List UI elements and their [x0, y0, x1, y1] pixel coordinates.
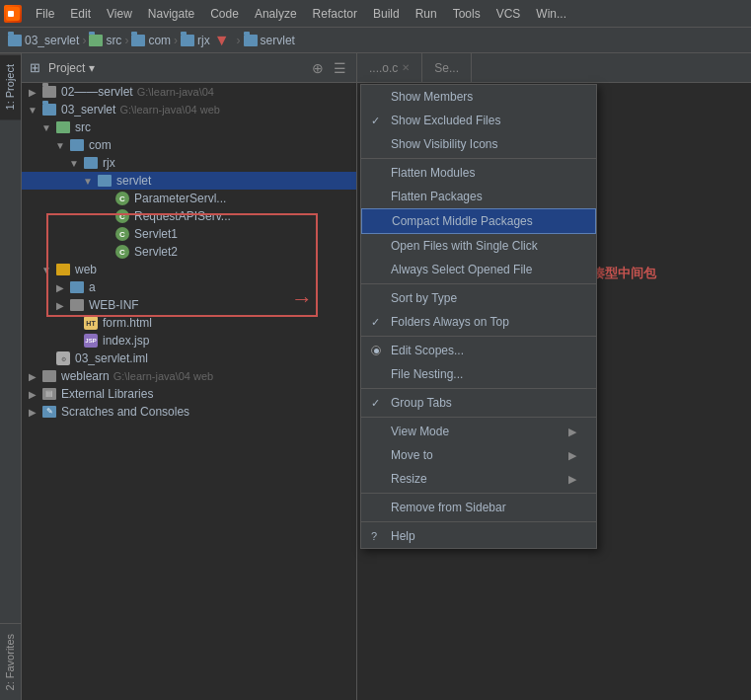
menu-edit[interactable]: Edit — [62, 5, 99, 23]
menu-always-select[interactable]: Always Select Opened File — [361, 258, 596, 281]
breadcrumb-part-4[interactable]: servlet — [244, 34, 295, 47]
side-tab-project[interactable]: 1: Project — [0, 53, 21, 119]
class-c-icon: C — [115, 192, 129, 205]
label-rjx: rjx — [103, 156, 115, 170]
breadcrumb-sep-1: › — [82, 34, 86, 47]
side-tab-favorites[interactable]: 2: Favorites — [0, 623, 21, 700]
tree-item-src[interactable]: src — [22, 118, 356, 136]
breadcrumb-part-0[interactable]: 03_servlet — [8, 34, 79, 47]
tree-item-com[interactable]: com — [22, 136, 356, 154]
menu-compact-middle[interactable]: Compact Middle Packages — [361, 208, 596, 234]
tree-item-servlet2[interactable]: C Servlet2 — [22, 243, 356, 261]
arrow-03servlet — [26, 103, 39, 117]
menu-navigate[interactable]: Navigate — [140, 5, 202, 23]
label-src: src — [75, 120, 91, 134]
label-02servlet: 02——servlet — [61, 85, 133, 99]
class-icon-paramservlet: C — [114, 192, 130, 205]
menu-file[interactable]: File — [28, 5, 62, 23]
menu-sep-2 — [361, 283, 596, 284]
menu-vcs[interactable]: VCS — [488, 5, 529, 23]
menu-view-mode[interactable]: View Mode ▶ — [361, 420, 596, 443]
menu-sep-1 — [361, 158, 596, 159]
menu-move-to[interactable]: Move to ▶ — [361, 443, 596, 467]
class-c-icon-3: C — [115, 227, 129, 241]
tree-item-paramservlet[interactable]: C ParameterServl... — [22, 190, 356, 207]
editor-tab-0[interactable]: ....o.c ✕ — [357, 53, 422, 82]
svg-rect-1 — [8, 11, 14, 17]
breadcrumb-part-3[interactable]: rjx — [181, 34, 210, 47]
menu-view[interactable]: View — [99, 5, 140, 23]
menu-build[interactable]: Build — [365, 5, 408, 23]
class-icon-servlet1: C — [114, 227, 130, 241]
menu-flatten-modules[interactable]: Flatten Modules — [361, 161, 596, 185]
label-extlib: External Libraries — [61, 387, 153, 401]
tree-item-requestservlet[interactable]: C RequestAPIServ... — [22, 207, 356, 225]
editor-tab-1[interactable]: Se... — [422, 53, 472, 82]
arrow-servlet — [81, 174, 95, 188]
jsp-icon-index: JSP — [83, 334, 99, 348]
tree-item-servlet1[interactable]: C Servlet1 — [22, 225, 356, 243]
menu-file-nesting[interactable]: File Nesting... — [361, 362, 596, 386]
menu-show-visibility[interactable]: Show Visibility Icons — [361, 132, 596, 156]
radio-icon — [371, 346, 381, 355]
menu-analyze[interactable]: Analyze — [247, 5, 305, 23]
submenu-arrow-moveto: ▶ — [568, 449, 576, 462]
label-requestservlet: RequestAPIServ... — [134, 209, 231, 223]
arrow-rjx — [67, 156, 81, 170]
project-tree[interactable]: 02——servlet G:\learn-java\04 03_servlet … — [22, 83, 356, 700]
tree-item-a[interactable]: a — [22, 278, 356, 296]
menu-open-single-click[interactable]: Open Files with Single Click — [361, 234, 596, 258]
tree-item-03servlet[interactable]: 03_servlet G:\learn-java\04 web — [22, 101, 356, 118]
tree-item-weblearn[interactable]: weblearn G:\learn-java\04 web — [22, 367, 356, 385]
panel-settings-button[interactable]: ☰ — [331, 59, 348, 77]
folder-icon-webinf — [69, 298, 85, 312]
label-servlet2: Servlet2 — [134, 245, 178, 259]
folder-icon-web — [55, 263, 71, 276]
menu-sort-type[interactable]: Sort by Type — [361, 286, 596, 310]
menu-edit-scopes[interactable]: Edit Scopes... — [361, 339, 596, 362]
tab-close-0[interactable]: ✕ — [402, 62, 410, 73]
context-menu[interactable]: Show Members ✓ Show Excluded Files Show … — [360, 84, 597, 549]
html-icon-form: HT — [83, 316, 99, 330]
question-icon: ? — [371, 530, 377, 542]
tree-item-extlib[interactable]: ▤ External Libraries — [22, 385, 356, 403]
tree-item-iml[interactable]: ⚙ 03_servlet.iml — [22, 350, 356, 367]
folder-icon-03servlet — [41, 103, 57, 117]
tree-item-webinf[interactable]: WEB-INF — [22, 296, 356, 314]
tree-item-indexjsp[interactable]: JSP index.jsp — [22, 332, 356, 350]
breadcrumb-part-2[interactable]: com — [131, 34, 171, 47]
menu-show-excluded[interactable]: ✓ Show Excluded Files — [361, 109, 596, 132]
panel-add-button[interactable]: ⊕ — [309, 59, 327, 77]
menu-win[interactable]: Win... — [528, 5, 574, 23]
menu-folders-top[interactable]: ✓ Folders Always on Top — [361, 310, 596, 334]
folder-icon-4 — [244, 35, 258, 46]
folder-icon-1 — [89, 35, 103, 46]
menu-show-members[interactable]: Show Members — [361, 85, 596, 109]
submenu-arrow-resize: ▶ — [568, 473, 576, 486]
menu-help[interactable]: ? Help — [361, 524, 596, 548]
folder-icon-02servlet — [41, 85, 57, 99]
menu-resize[interactable]: Resize ▶ — [361, 467, 596, 491]
menubar: File Edit View Navigate Code Analyze Ref… — [0, 0, 751, 28]
tree-item-formhtml[interactable]: HT form.html — [22, 314, 356, 332]
tree-item-scratches[interactable]: ✎ Scratches and Consoles — [22, 403, 356, 421]
menu-code[interactable]: Code — [202, 5, 247, 23]
label-iml: 03_servlet.iml — [75, 351, 148, 365]
breadcrumb-sep-3: › — [174, 34, 178, 47]
menu-group-tabs[interactable]: ✓ Group Tabs — [361, 391, 596, 415]
tree-item-02servlet[interactable]: 02——servlet G:\learn-java\04 — [22, 83, 356, 101]
tree-item-web[interactable]: web — [22, 261, 356, 278]
menu-tools[interactable]: Tools — [445, 5, 488, 23]
breadcrumb-part-1[interactable]: src — [89, 34, 121, 47]
menu-remove-sidebar[interactable]: Remove from Sidebar — [361, 496, 596, 519]
menu-refactor[interactable]: Refactor — [305, 5, 365, 23]
submenu-arrow-viewmode: ▶ — [568, 426, 576, 438]
tree-item-servlet[interactable]: servlet — [22, 172, 356, 190]
menu-run[interactable]: Run — [408, 5, 445, 23]
folder-icon-com — [69, 138, 85, 152]
folder-icon-2 — [131, 35, 145, 46]
label-servlet1: Servlet1 — [134, 227, 178, 241]
menu-flatten-packages[interactable]: Flatten Packages — [361, 185, 596, 208]
class-c-icon-4: C — [115, 245, 129, 259]
tree-item-rjx[interactable]: rjx — [22, 154, 356, 172]
